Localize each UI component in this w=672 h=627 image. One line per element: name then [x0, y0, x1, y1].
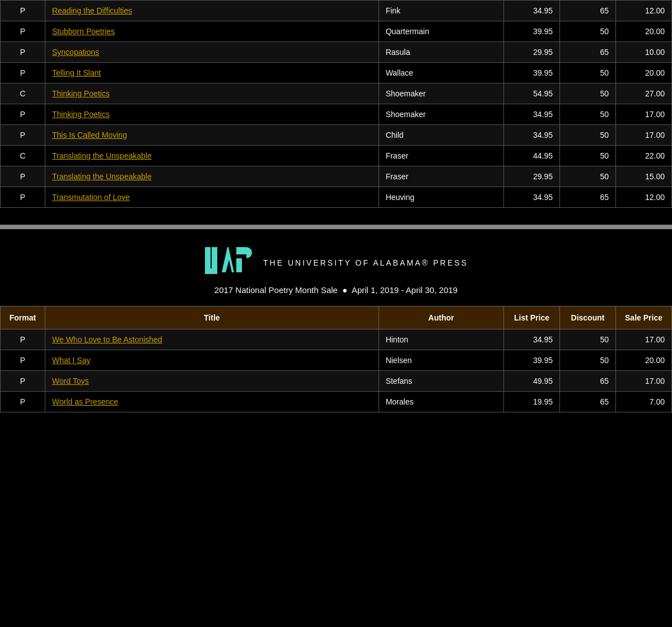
sale-price-cell: 12.00	[616, 187, 672, 208]
discount-cell: 50	[560, 125, 616, 146]
book-link[interactable]: Stubborn Poetries	[52, 27, 115, 36]
title-cell: Thinking Poetics	[45, 83, 379, 104]
format-cell: P	[1, 1, 45, 21]
book-link[interactable]: Telling It Slant	[52, 68, 101, 77]
sale-price-cell: 22.00	[616, 146, 672, 166]
book-link[interactable]: World as Presence	[52, 397, 118, 406]
discount-cell: 50	[560, 83, 616, 104]
title-cell: This Is Called Moving	[45, 125, 379, 146]
date-range: April 1, 2019 - April 30, 2019	[352, 285, 458, 295]
top-table-section: P Reading the Difficulties Fink 34.95 65…	[0, 0, 672, 208]
table-row: P Thinking Poetics Shoemaker 34.95 50 17…	[1, 104, 672, 125]
list-price-cell: 34.95	[504, 104, 560, 125]
title-cell: Stubborn Poetries	[45, 21, 379, 42]
format-cell: P	[1, 21, 45, 42]
author-cell: Shoemaker	[379, 83, 503, 104]
format-cell: P	[1, 371, 45, 392]
title-cell: Telling It Slant	[45, 63, 379, 83]
book-link[interactable]: What I Say	[52, 356, 90, 365]
col-list-price: List Price	[504, 306, 560, 329]
table-row: P Transmutation of Love Heuving 34.95 65…	[1, 187, 672, 208]
book-link[interactable]: We Who Love to Be Astonished	[52, 335, 162, 344]
list-price-cell: 29.95	[504, 42, 560, 63]
author-cell: Stefans	[379, 371, 503, 392]
table-row: C Thinking Poetics Shoemaker 54.95 50 27…	[1, 83, 672, 104]
table-row: P Syncopations Rasula 29.95 65 10.00	[1, 42, 672, 63]
bullet: ●	[342, 285, 347, 295]
sale-price-cell: 7.00	[616, 392, 672, 412]
table-header-row: Format Title Author List Price Discount …	[1, 306, 672, 329]
sale-price-cell: 20.00	[616, 350, 672, 371]
list-price-cell: 49.95	[504, 371, 560, 392]
book-link[interactable]: Syncopations	[52, 48, 99, 57]
table-row: P Word Toys Stefans 49.95 65 17.00	[1, 371, 672, 392]
sale-info: 2017 National Poetry Month Sale ● April …	[0, 285, 672, 295]
list-price-cell: 34.95	[504, 125, 560, 146]
author-cell: Nielsen	[379, 350, 503, 371]
list-price-cell: 39.95	[504, 21, 560, 42]
table-row: P Telling It Slant Wallace 39.95 50 20.0…	[1, 63, 672, 83]
list-price-cell: 39.95	[504, 63, 560, 83]
list-price-cell: 29.95	[504, 166, 560, 187]
svg-marker-3	[222, 247, 234, 272]
discount-cell: 50	[560, 104, 616, 125]
table-row: P Reading the Difficulties Fink 34.95 65…	[1, 1, 672, 21]
list-price-cell: 34.95	[504, 187, 560, 208]
list-price-cell: 34.95	[504, 329, 560, 350]
logo-container: THE UNIVERSITY OF ALABAMA® PRESS	[0, 246, 672, 280]
discount-cell: 50	[560, 21, 616, 42]
col-format: Format	[1, 306, 45, 329]
title-cell: What I Say	[45, 350, 379, 371]
book-link[interactable]: Translating the Unspeakable	[52, 151, 152, 160]
author-cell: Fraser	[379, 166, 503, 187]
col-discount: Discount	[560, 306, 616, 329]
title-cell: Thinking Poetics	[45, 104, 379, 125]
format-cell: C	[1, 146, 45, 166]
author-cell: Fraser	[379, 146, 503, 166]
footer-header: THE UNIVERSITY OF ALABAMA® PRESS 2017 Na…	[0, 246, 672, 306]
book-link[interactable]: This Is Called Moving	[52, 131, 127, 140]
book-link[interactable]: Transmutation of Love	[52, 193, 130, 202]
sale-price-cell: 27.00	[616, 83, 672, 104]
book-link[interactable]: Thinking Poetics	[52, 89, 110, 98]
sale-price-cell: 10.00	[616, 42, 672, 63]
author-cell: Child	[379, 125, 503, 146]
sale-price-cell: 17.00	[616, 104, 672, 125]
book-link[interactable]: Reading the Difficulties	[52, 6, 132, 15]
top-table: P Reading the Difficulties Fink 34.95 65…	[0, 0, 672, 208]
discount-cell: 50	[560, 329, 616, 350]
author-cell: Wallace	[379, 63, 503, 83]
author-cell: Rasula	[379, 42, 503, 63]
title-cell: Translating the Unspeakable	[45, 146, 379, 166]
format-cell: P	[1, 125, 45, 146]
book-link[interactable]: Word Toys	[52, 377, 89, 386]
uap-logo	[204, 246, 254, 280]
table-row: P Translating the Unspeakable Fraser 29.…	[1, 166, 672, 187]
table-row: P World as Presence Morales 19.95 65 7.0…	[1, 392, 672, 412]
list-price-cell: 54.95	[504, 83, 560, 104]
discount-cell: 50	[560, 146, 616, 166]
discount-cell: 65	[560, 392, 616, 412]
format-cell: P	[1, 350, 45, 371]
press-name: THE UNIVERSITY OF ALABAMA® PRESS	[263, 258, 468, 267]
table-row: P We Who Love to Be Astonished Hinton 34…	[1, 329, 672, 350]
table-row: C Translating the Unspeakable Fraser 44.…	[1, 146, 672, 166]
col-title: Title	[45, 306, 379, 329]
discount-cell: 65	[560, 1, 616, 21]
svg-rect-2	[212, 247, 217, 272]
col-sale-price: Sale Price	[616, 306, 672, 329]
book-link[interactable]: Thinking Poetics	[52, 110, 110, 119]
uap-logo-svg	[204, 246, 254, 280]
list-price-cell: 44.95	[504, 146, 560, 166]
format-cell: P	[1, 392, 45, 412]
author-cell: Fink	[379, 1, 503, 21]
col-author: Author	[379, 306, 503, 329]
sale-price-cell: 20.00	[616, 21, 672, 42]
book-link[interactable]: Translating the Unspeakable	[52, 172, 152, 181]
discount-cell: 65	[560, 187, 616, 208]
author-cell: Shoemaker	[379, 104, 503, 125]
title-cell: Transmutation of Love	[45, 187, 379, 208]
discount-cell: 65	[560, 42, 616, 63]
footer-section: THE UNIVERSITY OF ALABAMA® PRESS 2017 Na…	[0, 229, 672, 412]
format-cell: P	[1, 329, 45, 350]
